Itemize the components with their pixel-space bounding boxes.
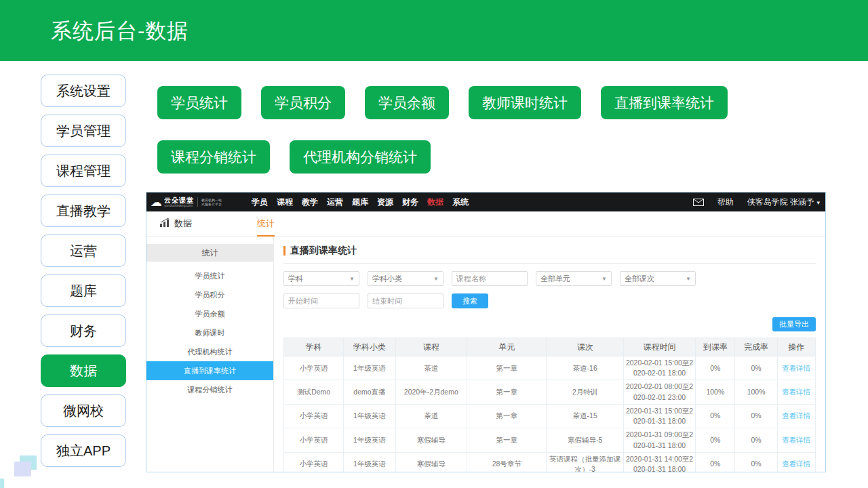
end-time-input[interactable] (368, 293, 443, 308)
table-cell: 寒假辅导 (395, 428, 467, 452)
cloud-logo-icon: ☁ (151, 197, 162, 208)
help-link[interactable]: 帮助 (717, 197, 734, 208)
quick-button-1-0[interactable]: 课程分销统计 (157, 140, 270, 174)
nav-item-6[interactable]: 财务 (402, 197, 418, 208)
quick-button-0-2[interactable]: 学员余额 (365, 86, 449, 119)
nav-item-1[interactable]: 课程 (277, 197, 293, 208)
app-logo[interactable]: ☁ 云朵课堂 yunduoketang.com 教育机构一站 式服务云平台 (151, 197, 222, 208)
menu-item-6[interactable]: 课程分销统计 (146, 380, 273, 399)
sidebar-item-4[interactable]: 运营 (41, 235, 126, 267)
filter-lesson-value: 全部课次 (625, 274, 654, 284)
table-header-6: 到课率 (696, 338, 735, 357)
sidebar-item-0[interactable]: 系统设置 (41, 75, 126, 107)
quick-buttons: 学员统计学员积分学员余额教师课时统计直播到课率统计 课程分销统计代理机构分销统计 (157, 86, 728, 195)
view-detail-link[interactable]: 查看详情 (782, 460, 810, 468)
nav-item-5[interactable]: 资源 (377, 197, 393, 208)
view-detail-link[interactable]: 查看详情 (782, 411, 810, 420)
tagline-line2: 式服务云平台 (201, 202, 222, 207)
sidebar-item-3[interactable]: 直播教学 (41, 195, 126, 227)
table-row: 测试Demodemo直播2020年-2月demo第一章2月特训2020-02-0… (284, 380, 816, 404)
tab-statistics[interactable]: 统计 (257, 211, 275, 237)
table-row: 小学英语1年级英语寒假辅导第一章寒假辅导-52020-01-31 09:00至2… (284, 428, 816, 452)
sidebar-item-6[interactable]: 财务 (41, 314, 126, 347)
table-cell: 2020年-2月demo (395, 380, 467, 404)
start-time-input[interactable] (283, 293, 359, 308)
search-button[interactable]: 搜索 (452, 293, 488, 308)
menu-item-1[interactable]: 学员积分 (146, 285, 273, 304)
logo-domain: yunduoketang.com (164, 204, 194, 208)
table-cell: 茶道 (395, 357, 467, 380)
account-menu[interactable]: 侠客岛学院 张涵予 ▾ (747, 197, 820, 208)
table-header-row: 学科学科小类课程单元课次课程时间到课率完成率操作 (284, 338, 816, 357)
attendance-table: 学科学科小类课程单元课次课程时间到课率完成率操作 小学英语1年级英语茶道第一章茶… (283, 338, 816, 472)
subnav-section-label: 数据 (174, 218, 192, 230)
table-cell: 茶道-15 (547, 404, 623, 428)
table-header-1: 学科小类 (344, 338, 395, 357)
sidebar: 系统设置学员管理课程管理直播教学运营题库财务数据微网校独立APP (41, 75, 126, 474)
nav-item-7[interactable]: 数据 (427, 197, 443, 208)
table-cell: 1年级英语 (344, 428, 395, 452)
filter-lesson-select[interactable]: 全部课次 ▼ (620, 271, 696, 286)
chevron-down-icon: ▼ (349, 276, 355, 282)
table-cell: 寒假辅导 (395, 452, 467, 472)
table-cell: 0% (735, 404, 777, 428)
nav-item-0[interactable]: 学员 (252, 197, 268, 208)
table-cell: 查看详情 (777, 404, 815, 428)
menu-item-2[interactable]: 学员余额 (146, 304, 273, 323)
sidebar-item-2[interactable]: 课程管理 (41, 155, 126, 187)
menu-item-4[interactable]: 代理机构统计 (146, 342, 273, 361)
table-cell: 28号章节 (467, 452, 547, 472)
decor-square-corner (0, 479, 4, 488)
batch-export-button[interactable]: 批量导出 (772, 317, 816, 331)
quick-button-0-4[interactable]: 直播到课率统计 (601, 86, 728, 119)
nav-item-8[interactable]: 系统 (452, 197, 469, 208)
quick-button-1-1[interactable]: 代理机构分销统计 (290, 140, 431, 174)
filter-row-2: 搜索 (283, 293, 816, 308)
filter-subject-sub-select[interactable]: 学科小类 ▼ (368, 271, 443, 286)
table-cell: 0% (696, 404, 735, 428)
filter-unit-select[interactable]: 全部单元 ▼ (536, 271, 612, 286)
table-cell: 查看详情 (777, 452, 815, 472)
table-cell: 第一章 (467, 380, 547, 404)
table-cell: 100% (696, 380, 735, 404)
content-title: 直播到课率统计 (290, 245, 357, 257)
table-header-7: 完成率 (735, 338, 777, 357)
table-cell: 2020-01-31 15:00至2020-01-31 18:00 (623, 404, 695, 428)
filter-subject-select[interactable]: 学科 ▼ (283, 271, 359, 286)
quick-row-1: 学员统计学员积分学员余额教师课时统计直播到课率统计 (157, 86, 728, 119)
page-header: 系统后台-数据 (0, 0, 868, 61)
decor-square-lavender (14, 462, 31, 476)
sidebar-item-7[interactable]: 数据 (41, 354, 126, 387)
admin-screenshot: ☁ 云朵课堂 yunduoketang.com 教育机构一站 式服务云平台 学员… (146, 192, 826, 472)
view-detail-link[interactable]: 查看详情 (782, 436, 810, 444)
table-cell: 1年级英语 (344, 452, 395, 472)
quick-button-0-3[interactable]: 教师课时统计 (469, 86, 581, 119)
table-cell: 小学英语 (284, 452, 344, 472)
mail-icon[interactable] (693, 199, 704, 206)
menu-item-5[interactable]: 直播到课率统计 (146, 361, 273, 380)
quick-row-2: 课程分销统计代理机构分销统计 (157, 140, 728, 174)
nav-item-4[interactable]: 题库 (352, 197, 368, 208)
quick-button-0-1[interactable]: 学员积分 (261, 86, 345, 119)
sidebar-item-5[interactable]: 题库 (41, 274, 126, 307)
sidebar-item-9[interactable]: 独立APP (41, 434, 126, 467)
sidebar-item-1[interactable]: 学员管理 (41, 115, 126, 147)
sidebar-item-8[interactable]: 微网校 (41, 394, 126, 427)
table-row: 小学英语1年级英语茶道第一章茶道-162020-02-01 15:00至2020… (284, 357, 816, 380)
quick-button-0-0[interactable]: 学员统计 (157, 86, 241, 119)
menu-item-0[interactable]: 学员统计 (146, 266, 273, 285)
table-cell: 第一章 (467, 357, 547, 380)
nav-item-2[interactable]: 教学 (302, 197, 318, 208)
nav-item-3[interactable]: 运营 (327, 197, 343, 208)
course-name-input[interactable] (452, 271, 528, 286)
view-detail-link[interactable]: 查看详情 (782, 388, 810, 396)
view-detail-link[interactable]: 查看详情 (782, 364, 810, 372)
table-cell: 2020-01-31 14:00至2020-01-31 18:00 (623, 452, 695, 472)
app-navbar: ☁ 云朵课堂 yunduoketang.com 教育机构一站 式服务云平台 学员… (146, 192, 825, 211)
table-cell: 查看详情 (777, 357, 815, 380)
account-name: 侠客岛学院 张涵予 (747, 197, 814, 207)
menu-item-3[interactable]: 教师课时 (146, 323, 273, 342)
navbar-right: 帮助 侠客岛学院 张涵予 ▾ (693, 197, 820, 208)
table-cell: 测试Demo (284, 380, 344, 404)
table-cell: 第一章 (467, 404, 547, 428)
